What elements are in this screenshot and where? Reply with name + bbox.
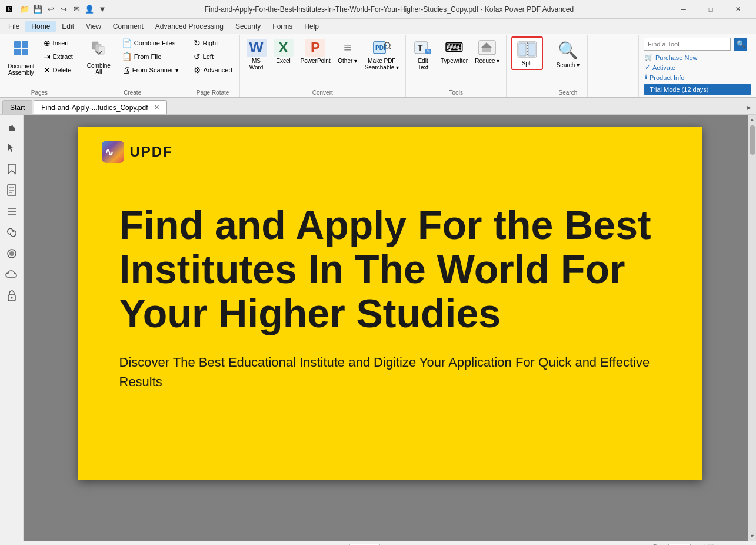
menu-view[interactable]: View bbox=[80, 21, 107, 32]
pages-group-label: Pages bbox=[31, 89, 48, 96]
ribbon-right-panel: 🔍 🛒 Purchase Now ✓ Activate ℹ Product In… bbox=[638, 35, 756, 97]
rotate-small-group: ↻ Right ↺ Left ⚙ Advanced bbox=[190, 36, 236, 86]
menu-security[interactable]: Security bbox=[229, 21, 267, 32]
split-button[interactable]: Split bbox=[511, 36, 543, 70]
product-info-button[interactable]: ℹ Product Info bbox=[644, 73, 685, 82]
status-bar: 8.27 x 11.69 in ◀◀ ◀ ⊢ ◀◀ ◀ 1 of 31 ▶ ▶⊣… bbox=[0, 541, 756, 545]
rotate-left-icon: ↺ bbox=[194, 52, 201, 61]
tab-close-button[interactable]: ✕ bbox=[154, 104, 159, 111]
undo-icon[interactable]: ↩ bbox=[45, 4, 56, 15]
menu-home[interactable]: Home bbox=[25, 21, 56, 32]
document-assembly-label: DocumentAssembly bbox=[8, 63, 35, 76]
folder-icon[interactable]: 📁 bbox=[19, 4, 31, 15]
make-pdf-searchable-button[interactable]: PDF Make PDFSearchable ▾ bbox=[362, 36, 402, 73]
delete-label: Delete bbox=[53, 67, 72, 74]
rotate-right-icon: ↻ bbox=[194, 38, 201, 48]
tab-arrow-button[interactable]: ▶ bbox=[744, 100, 754, 114]
menu-advanced-processing[interactable]: Advanced Processing bbox=[149, 21, 229, 32]
mail-icon[interactable]: ✉ bbox=[71, 4, 82, 15]
app-icon: 🅺 bbox=[5, 5, 14, 14]
excel-button[interactable]: X Excel bbox=[271, 36, 297, 67]
start-tab[interactable]: Start bbox=[2, 100, 32, 114]
activate-button[interactable]: ✓ Activate bbox=[644, 63, 677, 72]
user-icon[interactable]: 👤 bbox=[84, 4, 95, 15]
excel-icon: X bbox=[274, 39, 294, 57]
edit-text-button[interactable]: T ✎ EditText bbox=[409, 36, 437, 73]
find-tool-search-button[interactable]: 🔍 bbox=[734, 38, 747, 51]
rotate-right-label: Right bbox=[203, 39, 218, 46]
reduce-button[interactable]: Reduce ▾ bbox=[472, 36, 502, 67]
combine-all-label: CombineAll bbox=[87, 62, 111, 75]
ribbon-spacer bbox=[588, 35, 638, 97]
convert-group-label: Convert bbox=[312, 89, 333, 96]
ribbon-group-split: Split bbox=[507, 35, 548, 97]
redo-icon[interactable]: ↪ bbox=[58, 4, 69, 15]
stamp-tool[interactable] bbox=[2, 244, 21, 263]
typewriter-icon: ⌨ bbox=[444, 39, 465, 57]
combine-files-button[interactable]: 📄 Combine Files bbox=[118, 36, 182, 49]
other-icon: ≡ bbox=[338, 39, 358, 57]
combine-all-button[interactable]: CombineAll bbox=[83, 36, 115, 78]
typewriter-button[interactable]: ⌨ Typewriter bbox=[438, 36, 471, 67]
list-panel[interactable] bbox=[2, 202, 21, 221]
svg-line-10 bbox=[389, 48, 391, 49]
active-tab-label: Find-and-Apply-...tudies_Copy.pdf bbox=[41, 104, 148, 112]
scroll-down-arrow[interactable]: ▼ bbox=[748, 531, 756, 541]
svg-rect-0 bbox=[14, 41, 21, 48]
document-assembly-button[interactable]: DocumentAssembly bbox=[4, 36, 39, 79]
minimize-button[interactable]: ─ bbox=[670, 0, 697, 19]
powerpoint-button[interactable]: P PowerPoint bbox=[298, 36, 334, 67]
extract-button[interactable]: ⇥ Extract bbox=[40, 50, 76, 63]
menu-comment[interactable]: Comment bbox=[107, 21, 149, 32]
lock-tool[interactable] bbox=[2, 287, 21, 305]
close-button[interactable]: ✕ bbox=[724, 0, 751, 19]
save-icon[interactable]: 💾 bbox=[32, 4, 44, 15]
search-button[interactable]: 🔍 Search ▾ bbox=[552, 36, 584, 71]
dropdown-icon[interactable]: ▼ bbox=[96, 4, 108, 15]
from-scanner-icon: 🖨 bbox=[122, 65, 130, 75]
other-button[interactable]: ≡ Other ▾ bbox=[335, 36, 361, 67]
rotate-advanced-button[interactable]: ⚙ Advanced bbox=[190, 64, 236, 77]
menu-help[interactable]: Help bbox=[298, 21, 325, 32]
from-scanner-button[interactable]: 🖨 From Scanner ▾ bbox=[118, 64, 182, 77]
create-small-group: 📄 Combine Files 📋 From File 🖨 From Scann… bbox=[118, 36, 182, 86]
combine-all-icon bbox=[90, 39, 108, 61]
trial-badge: Trial Mode (12 days) bbox=[644, 84, 751, 95]
powerpoint-icon: P bbox=[305, 39, 325, 57]
ribbon-group-search: 🔍 Search ▾ Search bbox=[548, 35, 588, 97]
active-tab[interactable]: Find-and-Apply-...tudies_Copy.pdf ✕ bbox=[34, 100, 166, 114]
vertical-scrollbar[interactable]: ▲ ▼ bbox=[748, 115, 756, 541]
document-assembly-icon bbox=[12, 39, 30, 62]
find-tool-bar: 🔍 bbox=[644, 38, 751, 51]
reduce-label: Reduce ▾ bbox=[475, 58, 499, 64]
menu-edit[interactable]: Edit bbox=[56, 21, 80, 32]
menu-file[interactable]: File bbox=[2, 21, 25, 32]
ribbon-group-pages: DocumentAssembly ⊕ Insert ⇥ Extract ✕ De… bbox=[0, 35, 79, 97]
rotate-advanced-icon: ⚙ bbox=[194, 65, 201, 75]
from-file-button[interactable]: 📋 From File bbox=[118, 50, 182, 63]
scroll-up-arrow[interactable]: ▲ bbox=[748, 115, 756, 124]
bookmark-panel[interactable] bbox=[2, 159, 21, 178]
delete-button[interactable]: ✕ Delete bbox=[40, 64, 76, 77]
purchase-now-button[interactable]: 🛒 Purchase Now bbox=[644, 53, 699, 62]
insert-button[interactable]: ⊕ Insert bbox=[40, 36, 76, 49]
ribbon-right-buttons: 🛒 Purchase Now ✓ Activate ℹ Product Info bbox=[644, 53, 751, 82]
rotate-right-button[interactable]: ↻ Right bbox=[190, 36, 236, 49]
page-panel[interactable] bbox=[2, 181, 21, 200]
extract-label: Extract bbox=[53, 53, 73, 60]
ms-word-button[interactable]: W MSWord bbox=[244, 36, 269, 73]
find-tool-input[interactable] bbox=[644, 38, 731, 51]
link-tool[interactable] bbox=[2, 223, 21, 242]
scroll-thumb[interactable] bbox=[750, 125, 755, 155]
cloud-tool[interactable] bbox=[2, 265, 21, 284]
activate-icon: ✓ bbox=[645, 64, 650, 71]
menu-forms[interactable]: Forms bbox=[267, 21, 298, 32]
maximize-button[interactable]: □ bbox=[697, 0, 724, 19]
hand-tool[interactable] bbox=[2, 117, 21, 136]
rotate-left-button[interactable]: ↺ Left bbox=[190, 50, 236, 63]
rotate-left-label: Left bbox=[203, 53, 214, 60]
select-tool[interactable] bbox=[2, 138, 21, 157]
powerpoint-label: PowerPoint bbox=[301, 58, 331, 64]
product-info-icon: ℹ bbox=[645, 74, 647, 81]
svg-rect-6 bbox=[98, 46, 104, 54]
